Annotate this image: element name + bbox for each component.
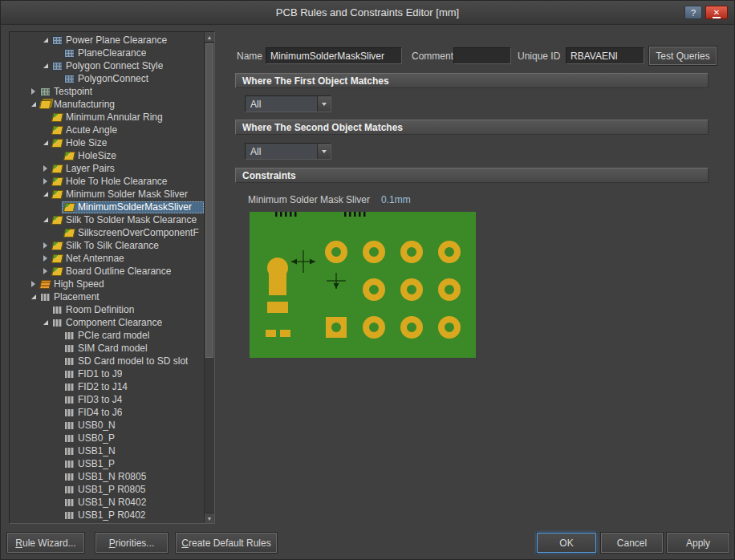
tree-item[interactable]: Testpoint: [10, 85, 204, 98]
tree-item-label: FID1 to J9: [78, 368, 122, 379]
tree-item[interactable]: SD Card model to SD slot: [10, 355, 204, 367]
tree-item[interactable]: PolygonConnect: [10, 72, 204, 85]
tree-item[interactable]: Minimum Annular Ring: [10, 111, 204, 124]
tree-item[interactable]: HoleSize: [10, 149, 204, 162]
placement-chip-icon: [64, 396, 75, 404]
tree-item-label: USB1_N R0805: [78, 471, 146, 482]
tree-item[interactable]: MinimumSolderMaskSliver: [10, 201, 204, 213]
tree-item-label: High Speed: [54, 278, 104, 290]
tree-item[interactable]: Manufacturing: [10, 98, 204, 111]
help-icon[interactable]: ?: [684, 6, 702, 19]
placement-chip-icon: [64, 408, 75, 417]
tree-item[interactable]: USB1_P R0402: [10, 509, 204, 521]
tree-item[interactable]: Polygon Connect Style: [10, 59, 204, 72]
tree-item[interactable]: Silk To Silk Clearance: [10, 239, 204, 252]
tree-item-label: Hole Size: [66, 137, 107, 148]
close-icon[interactable]: ✕: [705, 6, 728, 19]
first-object-section-header: Where The First Object Matches: [235, 73, 709, 88]
expand-arrow-icon[interactable]: [41, 177, 50, 186]
expand-arrow-icon[interactable]: [41, 164, 50, 173]
tree-item[interactable]: Power Plane Clearance: [10, 34, 204, 47]
tree-item[interactable]: Room Definition: [10, 303, 204, 316]
tree-item[interactable]: USB1_P R0805: [10, 483, 204, 496]
tree-item-content: Room Definition: [50, 304, 204, 316]
arrow-spacer: [53, 203, 62, 212]
tree-item[interactable]: USB0_P: [10, 432, 204, 444]
tree-item-content: Power Plane Clearance: [50, 34, 204, 47]
collapse-arrow-icon[interactable]: [41, 139, 50, 148]
tree-item[interactable]: Hole Size: [10, 136, 204, 149]
tree-item-content: USB1_P: [62, 458, 204, 470]
create-default-rules-button[interactable]: Create Default Rules: [176, 533, 277, 553]
tree-item[interactable]: Net Antennae: [10, 252, 204, 265]
tree-item[interactable]: Layer Pairs: [10, 162, 204, 175]
tree-item[interactable]: FID3 to J4: [10, 393, 204, 406]
tree-item[interactable]: SilkscreenOverComponentF: [10, 226, 204, 239]
collapse-arrow-icon[interactable]: [41, 216, 50, 225]
tree-item[interactable]: FID4 to J6: [10, 406, 204, 419]
tree-item[interactable]: High Speed: [10, 278, 204, 290]
collapse-arrow-icon[interactable]: [41, 319, 50, 327]
tree-item[interactable]: Silk To Solder Mask Clearance: [10, 213, 204, 226]
chevron-down-icon[interactable]: [317, 144, 331, 159]
tree-item-label: SIM Card model: [78, 343, 148, 354]
unique-id-input[interactable]: [566, 47, 644, 64]
tree-item[interactable]: Hole To Hole Clearance: [10, 175, 204, 188]
first-object-scope-dropdown[interactable]: All: [245, 95, 331, 112]
tree-item-content: Polygon Connect Style: [50, 60, 204, 72]
tree-item[interactable]: USB1_N: [10, 444, 204, 457]
placement-chip-icon: [64, 473, 75, 481]
chevron-down-icon[interactable]: [317, 96, 331, 112]
tree-item-content: High Speed: [38, 278, 204, 290]
collapse-arrow-icon[interactable]: [41, 62, 50, 71]
tree-item[interactable]: USB1_N R0402: [10, 496, 204, 509]
tree-item[interactable]: Board Outline Clearance: [10, 265, 204, 278]
expand-arrow-icon[interactable]: [29, 87, 38, 96]
scroll-up-icon[interactable]: ▲: [205, 32, 214, 43]
manufacturing-rule-icon: [51, 113, 63, 122]
tree-item[interactable]: USB0_N: [10, 419, 204, 432]
priorities-button[interactable]: Priorities...: [95, 533, 168, 553]
tree-item[interactable]: Minimum Solder Mask Sliver: [10, 188, 204, 201]
tree-item[interactable]: FID2 to J14: [10, 380, 204, 393]
tree-item-content: USB1_N: [62, 445, 204, 457]
tree-item[interactable]: PlaneClearance: [10, 47, 204, 59]
second-object-scope-dropdown[interactable]: All: [245, 143, 331, 160]
constraint-value[interactable]: 0.1mm: [381, 194, 411, 205]
tree-item[interactable]: PCIe card model: [10, 329, 204, 342]
scrollbar-thumb[interactable]: [205, 43, 213, 358]
expand-arrow-icon[interactable]: [29, 280, 38, 289]
arrow-spacer: [53, 152, 62, 160]
tree-item[interactable]: USB1_P: [10, 457, 204, 470]
arrow-spacer: [53, 396, 62, 404]
collapse-arrow-icon[interactable]: [41, 36, 50, 45]
tree-item[interactable]: USB1_N R0805: [10, 470, 204, 483]
comment-input[interactable]: [453, 47, 511, 64]
manufacturing-rule-icon: [51, 126, 63, 135]
comment-label: Comment: [412, 51, 453, 62]
tree-item[interactable]: Placement: [10, 290, 204, 303]
test-queries-button[interactable]: Test Queries: [649, 47, 717, 65]
tree-item[interactable]: Acute Angle: [10, 124, 204, 136]
tree-item-label: Layer Pairs: [66, 163, 115, 174]
name-input[interactable]: [266, 47, 402, 64]
tree-item[interactable]: Component Clearance: [10, 316, 204, 329]
collapse-arrow-icon[interactable]: [29, 293, 38, 302]
tree-scrollbar[interactable]: ▲ ▼: [204, 32, 214, 523]
collapse-arrow-icon[interactable]: [29, 100, 38, 109]
tree-item-label: PolygonConnect: [78, 73, 148, 84]
scroll-down-icon[interactable]: ▼: [205, 513, 214, 523]
tree-item-content: Hole To Hole Clearance: [50, 176, 204, 188]
expand-arrow-icon[interactable]: [41, 267, 50, 276]
tree-item[interactable]: SIM Card model: [10, 342, 204, 355]
ok-button[interactable]: OK: [537, 533, 596, 553]
expand-arrow-icon[interactable]: [41, 241, 50, 250]
rules-tree-panel: Power Plane ClearancePlaneClearancePolyg…: [9, 31, 215, 524]
tree-item-label: SD Card model to SD slot: [78, 355, 188, 367]
rule-wizard-button[interactable]: Rule Wizard...: [7, 533, 84, 553]
collapse-arrow-icon[interactable]: [41, 190, 50, 199]
expand-arrow-icon[interactable]: [41, 254, 50, 263]
apply-button[interactable]: Apply: [667, 533, 729, 553]
cancel-button[interactable]: Cancel: [601, 533, 663, 553]
tree-item[interactable]: FID1 to J9: [10, 367, 204, 380]
